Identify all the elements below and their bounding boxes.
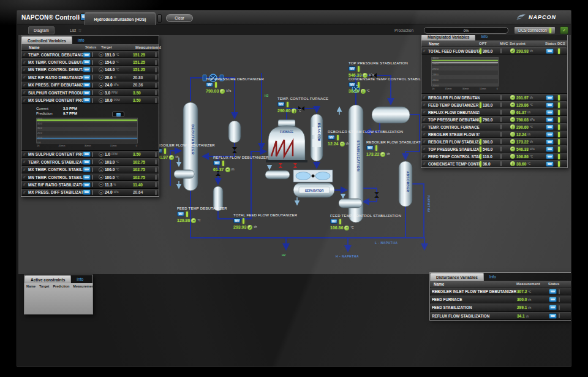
- cv-row[interactable]: MNZ R/F RATIO STABILIZATION 11.3% 11.40: [21, 181, 159, 188]
- diagram-tag[interactable]: TEMP. CONTROL FURNACE MV 290.60 °C: [277, 97, 328, 113]
- mv-row[interactable]: TEMP. CONTROL FURNACE 290.60°C: [421, 123, 567, 131]
- mv-row-expanded[interactable]: TOTAL FEED FLOW DEBUTANIZER 300.0 293.93…: [421, 47, 567, 55]
- tab-controlled-variables[interactable]: Controlled Variables: [21, 36, 72, 44]
- cv-row[interactable]: TEMP. CONTROL STABILIZATION 103.0°C 102.…: [21, 158, 159, 166]
- target-value: 10.0: [105, 98, 113, 102]
- diagram-tag[interactable]: TOP PRESSURE DEBUTANIZER MV 790.03 kPa: [206, 77, 264, 94]
- diagram-tag[interactable]: FEED TEMP DEBUTANIZER MV 129.86 °C: [177, 207, 227, 223]
- cv-row[interactable]: MN TEMP. CONTROL DEBUTANIZER 148.0°C 151…: [21, 66, 159, 74]
- process-tab[interactable]: Hydrodesulfurization (HDS): [85, 12, 156, 25]
- dcs-status-icon: [546, 124, 554, 130]
- dv-row[interactable]: REBOILER INLET FLOW TEMP DEBUTANIZER 307…: [430, 288, 571, 295]
- mv-name: CONDENSATE TEMP CONTROL STABILIZATION: [428, 162, 480, 166]
- tab-diagram[interactable]: Diagram: [28, 26, 55, 34]
- trend-toggle[interactable]: [112, 112, 124, 117]
- measurement-value: 151.25: [133, 60, 154, 64]
- tab-ac-info[interactable]: Info: [71, 275, 89, 283]
- cv-row[interactable]: MNZ R/F RATIO DEBUTANIZER 20.6% 20.86: [21, 74, 159, 81]
- cv-row[interactable]: MX SULPHUR CONTENT PRODUCT 10.0PPM 3.50: [21, 96, 159, 104]
- target-unit: %: [114, 76, 116, 79]
- row-end-bar: [155, 90, 157, 95]
- diagram-tag[interactable]: FEED TEMP CONTROL STABILIZATION MV 106.8…: [330, 214, 401, 230]
- production-value: 0%: [464, 29, 469, 32]
- setpoint-state-icon: [344, 226, 349, 230]
- dcs-bar: [558, 124, 560, 130]
- diagram-tag[interactable]: TOTAL FEED FLOW DEBUTANIZER MV 293.93 t/…: [233, 213, 297, 230]
- y-axis-tick: 20.0: [37, 131, 42, 134]
- setpoint-unit: t/h: [530, 50, 533, 53]
- target-unit: °C: [116, 68, 119, 71]
- mv-name: TOTAL FEED FLOW DEBUTANIZER: [428, 49, 480, 53]
- tab-active-constraints[interactable]: Active constraints: [24, 275, 71, 283]
- cv-row[interactable]: MX TEMP. CONTROL DEBUTANIZER 154.0°C 151…: [21, 58, 159, 66]
- target-value: 103.0: [105, 160, 115, 164]
- dv-panel-tabs: Disturbance Variables Info: [430, 273, 571, 281]
- dv-row[interactable]: FEED FURNACE 300.0t/h: [430, 295, 571, 303]
- cv-row[interactable]: MN SULPHUR CONTENT PRODUCT 1.0PPM 3.50: [21, 151, 159, 158]
- cv-row[interactable]: MX PRESS. DIFF STABILIZATION 24.0kPa 20.…: [21, 189, 159, 196]
- status-bar: [559, 297, 560, 302]
- tab-dv-info[interactable]: Info: [484, 273, 502, 281]
- dv-row[interactable]: FEED STABILIZATION 299.1t/h: [430, 303, 571, 311]
- status-ok-button[interactable]: ✓: [560, 26, 568, 34]
- tab-disturbance-variables[interactable]: Disturbance Variables: [430, 273, 484, 281]
- active-constraints-body: Name Target Prediction Measurement: [24, 283, 92, 314]
- link-icon: [423, 110, 428, 114]
- tab-cv-info[interactable]: Info: [72, 36, 90, 44]
- dcs-connection-button[interactable]: DCS connection: [514, 26, 556, 34]
- x-axis-tick: 45min: [445, 87, 452, 90]
- diagram-tag[interactable]: REFLUX FLOW DEBUTANIZER MV 61.37 t/h: [213, 156, 269, 172]
- cv-row[interactable]: MX TEMP. CONTROL STABILIZATION 106.0°C 1…: [21, 166, 159, 173]
- opt-indicator-bar: [186, 211, 188, 217]
- cv-trend-chart: Current3.5 PPM Prediction9.7 PPM 50.040.…: [21, 104, 159, 151]
- x-axis-tick: 1h: [37, 144, 39, 147]
- mv-row[interactable]: CONDENSATE TEMP CONTROL STABILIZATION 36…: [421, 160, 567, 167]
- tag-value: 129.86: [177, 218, 190, 223]
- target-icon: [99, 52, 104, 57]
- setpoint-value: 790.03: [516, 118, 529, 122]
- diagram-tag[interactable]: REBOILER FLOW STABILIZATION MV 173.22 t/…: [366, 140, 428, 157]
- diagram-tag[interactable]: REBOILER FLOW DEBUTANIZER MV 201.97 t/h: [155, 143, 215, 160]
- target-unit: °C: [116, 61, 119, 64]
- monitor-bezel: NAPCON® Controller Hydrodesulfurization …: [0, 0, 588, 377]
- link-icon: [23, 183, 28, 186]
- clear-button[interactable]: Clear: [166, 14, 193, 22]
- link-icon: [23, 68, 28, 72]
- cv-name: MNZ R/F RATIO STABILIZATION: [28, 183, 83, 187]
- mv-row[interactable]: FEED TEMP DEBUTANIZER 130.0 129.86°C: [421, 101, 567, 109]
- link-icon: [23, 160, 28, 164]
- row-end-bar: [155, 75, 157, 80]
- target-unit: °C: [116, 168, 119, 171]
- mv-row[interactable]: TOP PRESSURE STABILIZATION 540.0 546.33k…: [421, 145, 567, 153]
- dcs-status-icon: [549, 313, 557, 319]
- cv-row[interactable]: TEMP. CONTROL DEBUTANIZER 151.0°C 151.25: [21, 51, 159, 58]
- opt-bar: [480, 117, 481, 123]
- mv-trend-plot[interactable]: 320.0296.0272.0248.0224.0200.0 1h45min30…: [431, 57, 499, 86]
- link-icon: [423, 96, 428, 99]
- row-end-bar: [155, 175, 157, 180]
- mv-row[interactable]: REBOILER STEAM FLOW STABILIZATION 12.24t…: [421, 131, 567, 138]
- mv-row[interactable]: REBOILER FLOW STABILIZATION 300.0 173.22…: [421, 138, 567, 145]
- mv-row[interactable]: REBOILER FLOW DEBUTANIZER 201.97t/h: [421, 94, 567, 101]
- tab-list[interactable]: List ☆: [65, 26, 86, 34]
- diagram-tag[interactable]: TOP PRESSURE STABILIZATION MV 546.33 kPa: [349, 61, 408, 78]
- tab-overflow-button[interactable]: [157, 14, 162, 23]
- cv-row[interactable]: SULPHUR CONTENT PRODUCT 3.0PPM 3.50: [21, 89, 159, 96]
- tag-value: 38.60: [349, 89, 360, 93]
- mv-row[interactable]: FEED TEMP CONTROL STABILIZATION 110.0 10…: [421, 153, 567, 160]
- cv-row[interactable]: MX PRESS. DIFF DEBUTANIZER 24.0kPa 20.36: [21, 82, 159, 89]
- tag-name: REBOILER FLOW DEBUTANIZER: [155, 143, 215, 147]
- link-icon: [23, 91, 28, 94]
- dv-row[interactable]: REFLUX FLOW STABILIZATION 34.1t/h: [430, 312, 571, 320]
- cv-row[interactable]: MN TEMP. CONTROL STABILIZATION 100.0°C 1…: [21, 173, 159, 181]
- opt-bar: [480, 48, 481, 54]
- link-icon: [423, 147, 428, 151]
- setpoint-state-icon: [225, 167, 230, 172]
- dv-table-header: Name Measurement Status: [430, 281, 571, 288]
- cv-trend-plot[interactable]: 50.040.030.020.010.00.0 1h45min30min15mi…: [36, 118, 138, 143]
- measurement-value: 102.75: [133, 167, 154, 172]
- mv-row[interactable]: REFLUX FLOW DEBUTANIZER 61.37t/h: [421, 109, 567, 116]
- mv-row[interactable]: TOP PRESSURE DEBUTANIZER 790.0 790.03kPa: [421, 116, 567, 123]
- toggle-knob: [116, 113, 121, 116]
- tag-unit: °C: [197, 219, 200, 222]
